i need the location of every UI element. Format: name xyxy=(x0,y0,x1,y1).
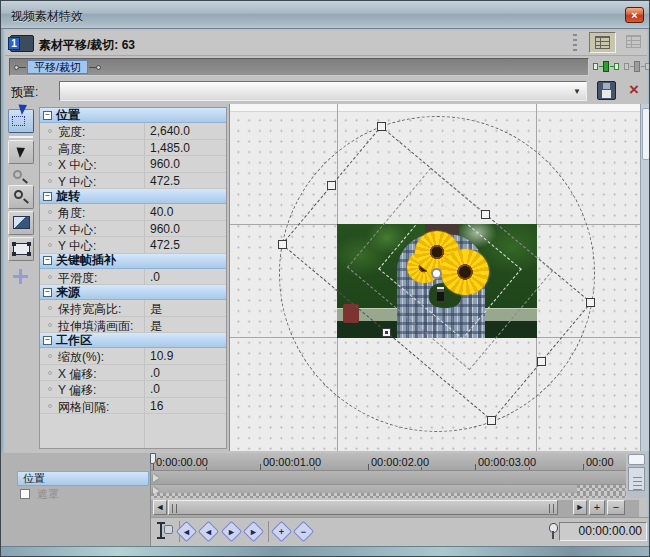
grid-view-icon xyxy=(595,36,610,49)
picture-icon xyxy=(13,216,30,229)
scrollbar-corner-button[interactable] xyxy=(628,454,645,465)
scrollbar-thumb[interactable] xyxy=(628,467,645,491)
toolbar-divider xyxy=(9,136,33,138)
preset-combobox[interactable]: ▼ xyxy=(59,81,587,101)
zoom-in-time-button[interactable]: + xyxy=(589,500,605,515)
scrollbar-thumb[interactable] xyxy=(642,108,649,160)
pan-crop-canvas[interactable] xyxy=(229,104,649,451)
prop-row: 高度:1,485.0 xyxy=(40,140,226,157)
move-tool-disabled xyxy=(13,265,28,288)
next-keyframe-glyph: ► xyxy=(224,525,239,540)
collapse-icon[interactable]: − xyxy=(43,111,52,120)
preset-label: 预置: xyxy=(11,84,38,101)
prop-row: X 偏移:.0 xyxy=(40,365,226,382)
scroll-left-button[interactable]: ◄ xyxy=(153,500,167,515)
toolbar-divider xyxy=(268,521,269,542)
mask-mode-button[interactable] xyxy=(8,237,34,261)
ruler-label: 0:00:00.00 xyxy=(156,456,208,468)
edit-tool-button[interactable] xyxy=(8,109,34,133)
expand-triangle-icon[interactable] xyxy=(153,474,159,482)
track-label-mask[interactable]: 遮罩 xyxy=(17,487,149,502)
delete-keyframe-glyph: − xyxy=(296,525,311,540)
effect-title: 素材平移/裁切: 63 xyxy=(39,37,135,54)
chevron-down-icon[interactable]: ▼ xyxy=(570,84,584,98)
section-header-rotation[interactable]: −旋转 xyxy=(40,189,226,204)
timeline-ruler[interactable]: 0:00:00.00 00:00:01.00 00:00:02.00 00:00… xyxy=(151,453,626,471)
thumb-grip[interactable] xyxy=(549,504,554,513)
select-tool-button[interactable] xyxy=(8,140,34,164)
scrollbar-thumb[interactable] xyxy=(168,500,558,515)
section-header-workspace[interactable]: −工作区 xyxy=(40,333,226,348)
first-keyframe-glyph: ◄ xyxy=(179,525,194,540)
cursor-position-icon xyxy=(548,522,557,539)
prop-row: 角度:40.0 xyxy=(40,204,226,221)
zoom-edit-tool-button[interactable] xyxy=(8,185,34,209)
keyframe-track-position[interactable] xyxy=(151,471,626,485)
property-grid: −位置 宽度:2,640.0 高度:1,485.0 X 中心:960.0 Y 中… xyxy=(39,107,227,449)
window-title: 视频素材特效 xyxy=(11,8,83,25)
crop-handle-bottom[interactable] xyxy=(487,416,496,425)
last-keyframe-glyph: ► xyxy=(246,525,261,540)
delete-preset-button[interactable]: × xyxy=(624,80,644,100)
chain-wire xyxy=(19,67,26,68)
drag-grip-icon[interactable] xyxy=(573,34,577,52)
chain-wire xyxy=(89,67,96,68)
mask-checkbox[interactable] xyxy=(20,489,30,499)
prop-row: 宽度:2,640.0 xyxy=(40,123,226,140)
event-number-badge: 1 xyxy=(8,37,20,50)
save-preset-button[interactable] xyxy=(597,81,616,100)
thumb-grip[interactable] xyxy=(172,504,177,513)
zoom-out-time-button[interactable]: − xyxy=(607,500,625,515)
crop-handle-topleft[interactable] xyxy=(327,181,336,190)
move-cross-icon xyxy=(13,269,28,284)
track-label-position[interactable]: 位置 xyxy=(17,471,149,486)
prop-row: 缩放(%):10.9 xyxy=(40,348,226,365)
chain-node-icon xyxy=(96,65,101,70)
playhead-marker[interactable] xyxy=(150,453,156,464)
canvas-vertical-scrollbar[interactable] xyxy=(640,104,649,451)
prop-row: X 中心:960.0 xyxy=(40,156,226,173)
collapse-icon[interactable]: − xyxy=(43,336,52,345)
pointer-icon xyxy=(16,145,27,158)
prev-keyframe-glyph: ◄ xyxy=(201,525,216,540)
magnifier-icon xyxy=(13,170,22,179)
title-bar[interactable]: 视频素材特效 xyxy=(1,1,650,29)
crop-handle-bottomleft[interactable] xyxy=(382,328,391,337)
crop-handle-top[interactable] xyxy=(377,122,386,131)
section-header-keyframe-interp[interactable]: −关键帧插补 xyxy=(40,254,226,269)
prop-row: 保持宽高比:是 xyxy=(40,300,226,317)
ruler-label: 00:00:03.00 xyxy=(478,456,536,468)
window-border-bottom xyxy=(1,546,650,557)
crop-handle-topright[interactable] xyxy=(481,210,490,219)
pointer-icon xyxy=(18,102,29,115)
close-button[interactable]: × xyxy=(625,7,644,23)
timeline-hscrollbar[interactable]: ◄ ► + − xyxy=(151,500,639,517)
collapse-icon[interactable]: − xyxy=(43,192,52,201)
grid-view-icon xyxy=(626,35,641,48)
collapse-icon[interactable]: − xyxy=(43,256,52,265)
ruler-label: 00:00:01.00 xyxy=(263,456,321,468)
insert-keyframe-glyph: + xyxy=(274,525,289,540)
crop-handle-left[interactable] xyxy=(278,240,287,249)
crop-handle-bottomright[interactable] xyxy=(537,357,546,366)
layout-view-button-active[interactable] xyxy=(589,32,616,53)
crop-handle-right[interactable] xyxy=(586,298,595,307)
layout-view-button-disabled xyxy=(621,32,646,53)
effect-enable-icon[interactable] xyxy=(593,59,619,75)
tab-pan-crop[interactable]: 平移/裁切 xyxy=(27,60,88,74)
section-header-source[interactable]: −来源 xyxy=(40,285,226,300)
prop-row: Y 偏移:.0 xyxy=(40,381,226,398)
section-header-position[interactable]: −位置 xyxy=(40,108,226,123)
show-source-button[interactable] xyxy=(8,211,34,235)
effect-bypass-icon xyxy=(624,59,650,75)
cursor-time-field[interactable]: 00:00:00.00 xyxy=(559,522,647,541)
magnifier-icon xyxy=(14,190,23,199)
rotation-center-handle[interactable] xyxy=(431,268,442,279)
pan-crop-dialog: 视频素材特效 × 1 素材平移/裁切: 63 平移/裁切 预置: ▼ × xyxy=(0,0,650,557)
collapse-icon[interactable]: − xyxy=(43,288,52,297)
canvas-margin xyxy=(230,104,640,112)
out-of-range-hatch xyxy=(151,493,626,498)
selection-rect-icon xyxy=(12,116,25,126)
sync-cursor-icon[interactable] xyxy=(157,522,165,539)
scroll-right-button[interactable]: ► xyxy=(573,500,587,515)
